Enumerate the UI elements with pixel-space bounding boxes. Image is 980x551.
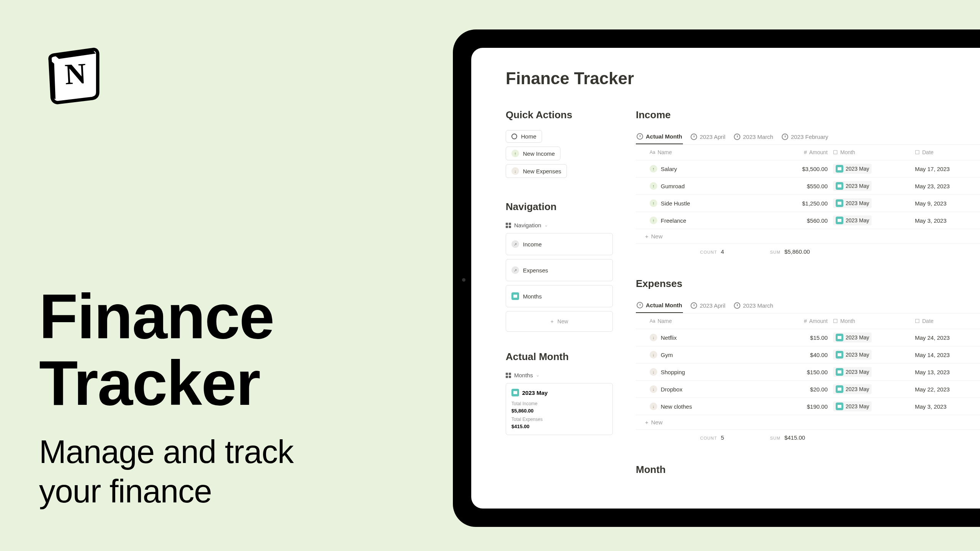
sidebar-item-expenses[interactable]: ↗ Expenses bbox=[506, 259, 613, 281]
hero-subtitle: Manage and track your finance bbox=[39, 432, 293, 511]
table-row[interactable]: ↑Freelance$560.002023 MayMay 3, 2023 bbox=[636, 212, 980, 229]
arrow-down-icon: ↓ bbox=[650, 351, 657, 359]
tab-2023-march[interactable]: 2023 March bbox=[733, 299, 774, 313]
navigation-view-selector[interactable]: Navigation ⌄ bbox=[506, 222, 613, 228]
row-amount: $1,250.00 bbox=[761, 200, 828, 207]
row-date: May 14, 2023 bbox=[908, 352, 980, 358]
income-tabs: Actual Month 2023 April 2023 March bbox=[636, 130, 980, 145]
tab-2023-april[interactable]: 2023 April bbox=[690, 299, 726, 313]
plus-icon: + bbox=[550, 318, 554, 324]
table-row[interactable]: ↑Salary$3,500.002023 MayMay 17, 2023 bbox=[636, 160, 980, 178]
tab-2023-february[interactable]: 2023 February bbox=[781, 130, 829, 144]
income-new-button[interactable]: + New bbox=[636, 229, 980, 244]
clock-icon bbox=[782, 134, 788, 140]
arrow-down-icon: ↓ bbox=[650, 368, 657, 376]
chevron-down-icon: ⌄ bbox=[536, 373, 539, 378]
month-tag[interactable]: 2023 May bbox=[833, 164, 872, 174]
row-name: Dropbox bbox=[661, 386, 683, 393]
clock-icon bbox=[734, 134, 740, 140]
tab-2023-april[interactable]: 2023 April bbox=[690, 130, 726, 144]
new-income-button[interactable]: ↑ New Income bbox=[506, 147, 560, 160]
column-name[interactable]: AaName bbox=[650, 149, 761, 155]
row-name: Gumroad bbox=[661, 183, 685, 189]
month-tag[interactable]: 2023 May bbox=[833, 384, 872, 394]
calendar-icon bbox=[836, 385, 843, 393]
row-date: May 13, 2023 bbox=[908, 369, 980, 375]
calendar-icon bbox=[836, 199, 843, 207]
income-heading: Income bbox=[636, 109, 980, 121]
arrow-up-icon: ↑ bbox=[650, 182, 657, 190]
table-row[interactable]: ↓Gym$40.002023 MayMay 14, 2023 bbox=[636, 346, 980, 364]
row-name: Salary bbox=[661, 166, 677, 172]
quick-actions-heading: Quick Actions bbox=[506, 109, 613, 121]
table-row[interactable]: ↓Dropbox$20.002023 MayMay 22, 2023 bbox=[636, 381, 980, 398]
row-date: May 17, 2023 bbox=[908, 166, 980, 172]
month-summary-card[interactable]: 2023 May Total Income $5,860.00 Total Ex… bbox=[506, 383, 613, 435]
column-date[interactable]: ☐Date bbox=[908, 149, 980, 155]
camera-icon bbox=[462, 278, 466, 282]
column-month[interactable]: ☐Month bbox=[828, 318, 908, 324]
row-name: Shopping bbox=[661, 369, 685, 375]
row-amount: $20.00 bbox=[761, 386, 828, 393]
month-tag[interactable]: 2023 May bbox=[833, 367, 872, 377]
row-amount: $550.00 bbox=[761, 183, 828, 189]
month-tag[interactable]: 2023 May bbox=[833, 350, 872, 360]
sidebar-item-months[interactable]: Months bbox=[506, 285, 613, 307]
nav-new-button[interactable]: + New bbox=[506, 311, 613, 332]
month-heading: Month bbox=[636, 464, 980, 476]
row-date: May 23, 2023 bbox=[908, 183, 980, 189]
table-row[interactable]: ↓Netflix$15.002023 MayMay 24, 2023 bbox=[636, 329, 980, 346]
arrow-down-icon: ↓ bbox=[511, 167, 519, 175]
month-tag[interactable]: 2023 May bbox=[833, 198, 872, 208]
calendar-icon bbox=[836, 403, 843, 410]
notion-logo-icon: N bbox=[42, 40, 109, 107]
new-expenses-button[interactable]: ↓ New Expenses bbox=[506, 164, 567, 178]
expenses-tabs: Actual Month 2023 April 2023 March bbox=[636, 299, 980, 313]
month-tag[interactable]: 2023 May bbox=[833, 401, 872, 411]
calendar-icon bbox=[836, 334, 843, 341]
calendar-icon bbox=[836, 182, 843, 190]
arrow-up-icon: ↑ bbox=[650, 199, 657, 207]
calendar-icon bbox=[836, 165, 843, 173]
row-amount: $150.00 bbox=[761, 369, 828, 375]
column-name[interactable]: AaName bbox=[650, 318, 761, 324]
row-name: Netflix bbox=[661, 334, 677, 341]
expenses-table: AaName #Amount ☐Month ☐Date ↓Netflix$15.… bbox=[636, 313, 980, 441]
tab-actual-month[interactable]: Actual Month bbox=[636, 130, 683, 144]
tab-2023-march[interactable]: 2023 March bbox=[733, 130, 774, 144]
clock-icon bbox=[734, 302, 740, 309]
row-date: May 22, 2023 bbox=[908, 386, 980, 393]
calendar-icon bbox=[511, 389, 519, 396]
table-row[interactable]: ↑Gumroad$550.002023 MayMay 23, 2023 bbox=[636, 178, 980, 195]
row-amount: $3,500.00 bbox=[761, 166, 828, 172]
total-expenses-value: $415.00 bbox=[511, 424, 607, 429]
tab-actual-month[interactable]: Actual Month bbox=[636, 299, 683, 313]
expenses-heading: Expenses bbox=[636, 278, 980, 290]
home-button[interactable]: Home bbox=[506, 130, 542, 143]
navigation-heading: Navigation bbox=[506, 201, 613, 213]
month-tag[interactable]: 2023 May bbox=[833, 215, 872, 225]
arrow-up-icon: ↑ bbox=[511, 150, 519, 157]
link-icon: ↗ bbox=[511, 240, 519, 248]
month-tag[interactable]: 2023 May bbox=[833, 333, 872, 342]
table-row[interactable]: ↓New clothes$190.002023 MayMay 3, 2023 bbox=[636, 398, 980, 415]
column-amount[interactable]: #Amount bbox=[761, 149, 828, 155]
svg-text:N: N bbox=[64, 57, 87, 91]
row-amount: $15.00 bbox=[761, 334, 828, 341]
main-panel: Income Actual Month 2023 April 2023 M bbox=[636, 109, 980, 485]
table-row[interactable]: ↓Shopping$150.002023 MayMay 13, 2023 bbox=[636, 364, 980, 381]
row-date: May 9, 2023 bbox=[908, 200, 980, 207]
income-table: AaName #Amount ☐Month ☐Date ↑Salary$3,50… bbox=[636, 145, 980, 255]
column-amount[interactable]: #Amount bbox=[761, 318, 828, 324]
months-view-selector[interactable]: Months ⌄ bbox=[506, 372, 613, 378]
column-month[interactable]: ☐Month bbox=[828, 149, 908, 155]
total-income-value: $5,860.00 bbox=[511, 408, 607, 414]
expenses-new-button[interactable]: + New bbox=[636, 415, 980, 430]
column-date[interactable]: ☐Date bbox=[908, 318, 980, 324]
sidebar-item-income[interactable]: ↗ Income bbox=[506, 233, 613, 255]
table-row[interactable]: ↑Side Hustle$1,250.002023 MayMay 9, 2023 bbox=[636, 195, 980, 212]
row-amount: $190.00 bbox=[761, 403, 828, 410]
month-tag[interactable]: 2023 May bbox=[833, 181, 872, 191]
total-expenses-label: Total Expenses bbox=[511, 417, 607, 422]
tablet-frame: Finance Tracker Quick Actions Home ↑ Ne bbox=[453, 29, 980, 527]
